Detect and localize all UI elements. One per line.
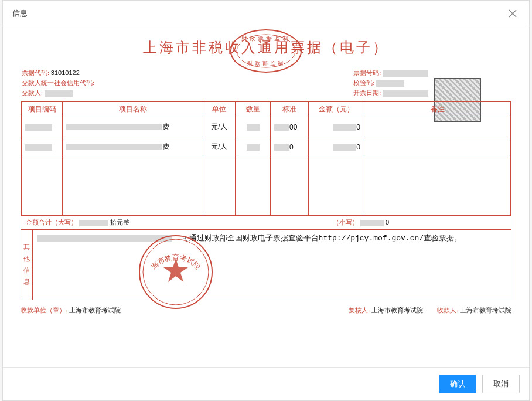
total-upper: 金额合计（大写） 拾元整 (26, 218, 129, 227)
receipt-title-text: 上海市非税收入通用票据（电子） (143, 40, 389, 55)
check-code: 校验码: (353, 79, 428, 87)
credit-code: 交款人统一社会信用代码: (22, 79, 94, 87)
label: 开票日期: (353, 89, 381, 96)
cell-qty (236, 117, 271, 137)
total-lower: （小写） 0 (333, 218, 389, 227)
cell-name: 费 (63, 117, 203, 137)
cell-std: 0 (271, 137, 309, 157)
label: 票据代码: (22, 69, 49, 76)
cell-name: 费 (63, 137, 203, 157)
table-row: 费 元/人 0 0 (22, 137, 511, 157)
cell-note (364, 117, 511, 137)
label: 校验码: (353, 79, 374, 86)
redacted (383, 90, 428, 97)
receipt-footer: 收款单位（章）: 上海市教育考试院 复核人: 上海市教育考试院 收款人: 上海市… (21, 306, 511, 315)
th-std: 标准 (271, 102, 309, 117)
modal-body: 上海市非税收入通用票据（电子） 财政票据监制 财政部监制 票据代码: 31010… (3, 26, 529, 367)
cell-note (364, 137, 511, 157)
cell-unit: 元/人 (203, 117, 236, 137)
th-note: 备注 (364, 102, 511, 117)
cell-std: 00 (271, 117, 309, 137)
reviewer-pair: 复核人: 上海市教育考试院 (349, 306, 423, 315)
cell-amt: 0 (309, 117, 364, 137)
meta-right: 票据号码: 校验码: 开票日期: (353, 69, 428, 97)
info-modal: 信息 上海市非税收入通用票据（电子） 财政票据监制 财政部监制 票据代码: (2, 0, 530, 401)
modal-header: 信息 (3, 1, 529, 26)
issue-date: 开票日期: (353, 89, 428, 97)
redacted (45, 90, 73, 97)
cell-unit: 元/人 (203, 137, 236, 157)
table-empty-space (22, 157, 511, 216)
payer: 交款人: (22, 89, 94, 97)
receipt-table: 项目编码 项目名称 单位 数量 标准 金额（元） 备注 费 (21, 101, 511, 216)
close-button[interactable] (506, 6, 520, 21)
label: 交款人统一社会信用代码: (22, 79, 94, 86)
table-row: 费 元/人 00 0 (22, 117, 511, 137)
modal-title: 信息 (12, 8, 28, 19)
th-amt: 金额（元） (309, 102, 364, 117)
label: 票据号码: (353, 69, 381, 76)
th-name: 项目名称 (63, 102, 203, 117)
confirm-button[interactable]: 确认 (439, 375, 476, 393)
total-row: 金额合计（大写） 拾元整 （小写） 0 (21, 216, 511, 229)
cancel-button[interactable]: 取消 (482, 375, 520, 393)
cell-code (22, 117, 63, 137)
table-header-row: 项目编码 项目名称 单位 数量 标准 金额（元） 备注 (22, 102, 511, 117)
label: 交款人: (22, 89, 43, 96)
payee-pair: 收款人: 上海市教育考试院 (437, 306, 511, 315)
receipt-code: 票据代码: 31010122 (22, 69, 94, 77)
close-icon (509, 9, 517, 18)
meta-left: 票据代码: 31010122 交款人统一社会信用代码: 交款人: (22, 69, 94, 97)
modal-footer: 确认 取消 (3, 367, 529, 400)
cell-code (22, 137, 63, 157)
receipt-no: 票据号码: (353, 69, 428, 77)
redacted (376, 80, 404, 87)
receipt-table-wrap: 项目编码 项目名称 单位 数量 标准 金额（元） 备注 费 (21, 101, 511, 300)
receipt-title: 上海市非税收入通用票据（电子） 财政票据监制 财政部监制 (21, 38, 511, 57)
value: 31010122 (51, 69, 80, 76)
th-qty: 数量 (236, 102, 271, 117)
other-info-content: 可通过财政部全国财政电子票据查验平台http://pjcy.mof.gov.cn… (33, 230, 511, 300)
svg-text:财政部监制: 财政部监制 (247, 60, 285, 66)
receipt: 上海市非税收入通用票据（电子） 财政票据监制 财政部监制 票据代码: 31010… (21, 38, 511, 315)
cell-amt: 0 (309, 137, 364, 157)
th-unit: 单位 (203, 102, 236, 117)
unit-pair: 收款单位（章）: 上海市教育考试院 (21, 306, 121, 315)
cell-qty (236, 137, 271, 157)
th-code: 项目编码 (22, 102, 63, 117)
other-info-label: 其 他 信 息 (21, 230, 33, 300)
other-info: 其 他 信 息 可通过财政部全国财政电子票据查验平台http://pjcy.mo… (21, 229, 511, 300)
redacted (383, 70, 428, 77)
